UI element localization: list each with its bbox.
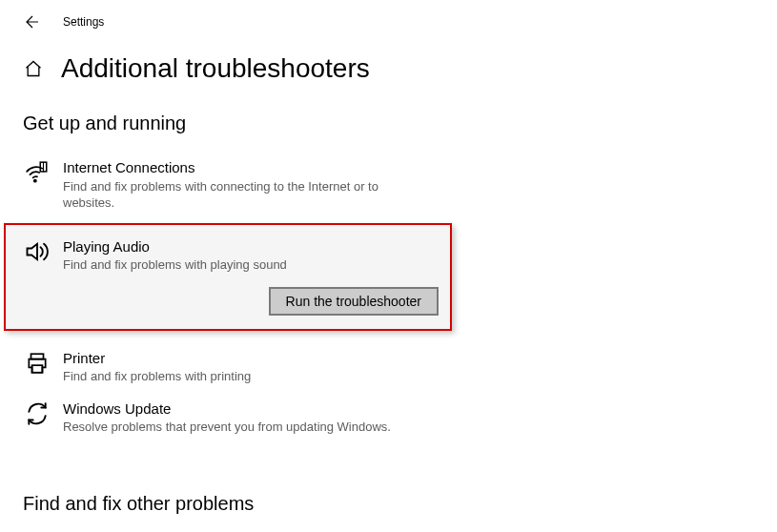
troubleshooter-audio[interactable]: Playing Audio Find and fix problems with… xyxy=(23,235,450,287)
run-troubleshooter-button[interactable]: Run the troubleshooter xyxy=(269,287,439,316)
section-other-heading: Find and fix other problems xyxy=(23,493,754,515)
troubleshooter-update-desc: Resolve problems that prevent you from u… xyxy=(63,419,425,436)
window-title: Settings xyxy=(63,15,104,29)
page-title: Additional troubleshooters xyxy=(61,53,370,84)
highlighted-troubleshooter: Playing Audio Find and fix problems with… xyxy=(4,223,452,331)
troubleshooter-internet-desc: Find and fix problems with connecting to… xyxy=(63,178,425,212)
section-getup-heading: Get up and running xyxy=(23,113,754,134)
sync-icon xyxy=(23,399,51,428)
troubleshooter-printer-desc: Find and fix problems with printing xyxy=(63,368,425,385)
wifi-icon xyxy=(23,158,51,187)
home-icon[interactable] xyxy=(23,58,44,79)
troubleshooter-update-name: Windows Update xyxy=(63,399,452,419)
troubleshooter-internet-name: Internet Connections xyxy=(63,158,452,177)
svg-point-0 xyxy=(34,180,36,182)
troubleshooter-audio-name: Playing Audio xyxy=(63,237,450,256)
speaker-icon xyxy=(23,237,51,266)
svg-rect-4 xyxy=(32,365,43,373)
troubleshooter-printer[interactable]: Printer Find and fix problems with print… xyxy=(23,346,452,397)
troubleshooter-audio-desc: Find and fix problems with playing sound xyxy=(63,256,425,274)
troubleshooter-update[interactable]: Windows Update Resolve problems that pre… xyxy=(23,397,452,447)
troubleshooter-printer-name: Printer xyxy=(63,349,452,368)
troubleshooter-internet[interactable]: Internet Connections Find and fix proble… xyxy=(23,155,452,223)
back-button[interactable] xyxy=(23,12,42,31)
printer-icon xyxy=(23,349,51,378)
